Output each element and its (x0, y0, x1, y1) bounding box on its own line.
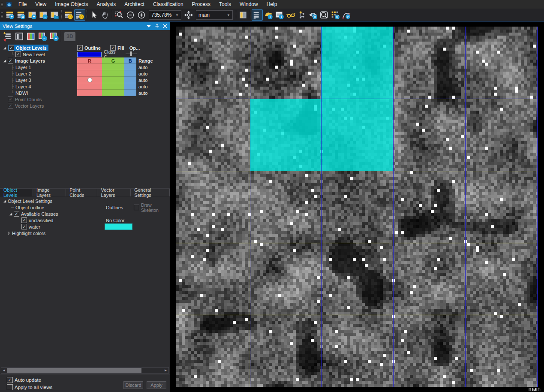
band-cell-r[interactable] (77, 64, 102, 70)
apply-button[interactable]: Apply (147, 381, 166, 389)
band-cell-r[interactable] (77, 90, 102, 96)
open-workspace-icon[interactable] (49, 9, 60, 21)
new-map-icon[interactable]: + (27, 9, 38, 21)
expander-icon[interactable] (2, 199, 8, 203)
water-checkbox[interactable] (21, 224, 27, 229)
menu-classification[interactable]: Classification (149, 0, 188, 9)
expander-icon[interactable] (2, 59, 8, 63)
auto-update-checkbox-row[interactable]: Auto update (7, 377, 41, 383)
scrollbar-thumb[interactable] (7, 368, 141, 373)
edit-layer-mixing-icon[interactable] (2, 31, 13, 42)
horizontal-scrollbar[interactable]: ◄ ► (1, 367, 169, 374)
band-cell-b[interactable] (124, 70, 136, 77)
window-layout-icon[interactable] (237, 9, 249, 21)
new-level-label[interactable]: New Level (23, 52, 45, 57)
band-cell-r[interactable] (77, 83, 102, 90)
zoom-window-icon[interactable] (319, 9, 330, 21)
process-tree-icon[interactable] (296, 9, 307, 21)
opacity-slider[interactable] (126, 51, 137, 57)
menubar-grip[interactable] (1, 2, 3, 7)
scroll-left-arrow-icon[interactable]: ◄ (1, 368, 7, 372)
zoom-out-icon[interactable] (125, 9, 136, 21)
water-label[interactable]: water (29, 224, 40, 229)
unclassified-checkbox[interactable] (21, 217, 27, 223)
view-3d-button[interactable]: 3D (64, 32, 75, 41)
expander-icon[interactable] (8, 212, 14, 216)
navigate-icon[interactable] (183, 9, 194, 21)
pan-icon[interactable] (99, 9, 111, 21)
view-navigation-icon[interactable] (307, 9, 319, 21)
menu-help[interactable]: Help (262, 0, 282, 9)
available-classes-checkbox[interactable] (14, 211, 19, 217)
layer-label[interactable]: Layer 2 (15, 71, 31, 76)
band-cell-r[interactable] (77, 70, 102, 77)
band-cell-b[interactable] (124, 83, 136, 90)
show-pixel-view-icon[interactable] (63, 9, 74, 21)
menu-analysis[interactable]: Analysis (93, 0, 120, 9)
layer-label[interactable]: Layer 4 (15, 84, 31, 89)
band-cell-g[interactable] (102, 77, 124, 83)
range-value[interactable]: auto (138, 65, 147, 70)
tab-general-settings[interactable]: General Settings (131, 189, 170, 196)
tab-point-clouds[interactable]: Point Clouds (66, 189, 97, 196)
new-project-icon[interactable]: + (4, 9, 15, 21)
available-classes-label[interactable]: Available Classes (21, 211, 58, 217)
range-value[interactable]: auto (138, 78, 147, 83)
outline-checkbox[interactable] (77, 45, 83, 51)
view-settings-icon[interactable] (285, 9, 296, 21)
layer-label[interactable]: Layer 1 (15, 65, 31, 70)
image-layers-label[interactable]: Image Layers (15, 58, 45, 63)
band-cell-g[interactable] (102, 90, 124, 96)
object-levels-checkbox[interactable] (9, 45, 14, 51)
range-value[interactable]: auto (138, 84, 147, 89)
menu-architect[interactable]: Architect (120, 0, 149, 9)
outlines-value[interactable]: Outlines (106, 205, 123, 210)
tab-image-layers[interactable]: Image Layers (33, 189, 66, 196)
menu-tools[interactable]: Tools (215, 0, 235, 9)
zoom-in-icon[interactable] (136, 9, 147, 21)
import-scene-icon[interactable]: → (38, 9, 49, 21)
map-canvas[interactable] (176, 27, 538, 387)
water-color-swatch[interactable] (105, 223, 132, 230)
pin-icon[interactable] (153, 23, 160, 29)
discard-button[interactable]: Discard (123, 381, 143, 389)
tree-item-object-levels[interactable]: Object Levels (8, 45, 48, 51)
edit-vectors-icon[interactable] (341, 9, 352, 21)
apply-all-views-checkbox-row[interactable]: Apply to all views (7, 384, 52, 390)
menu-process[interactable]: Process (188, 0, 215, 9)
tab-object-levels[interactable]: Object Levels (0, 189, 33, 196)
band-cell-b[interactable] (124, 64, 136, 70)
zoom-level-combobox[interactable]: 735.78% ▼ (149, 10, 181, 20)
layer-label[interactable]: NDWI (15, 90, 28, 96)
select-cursor-icon[interactable] (88, 9, 99, 21)
object-information-icon[interactable]: i (263, 9, 274, 21)
map-view[interactable]: main (170, 22, 544, 392)
image-layers-checkbox[interactable] (8, 58, 13, 63)
collapsed-expander-icon[interactable] (6, 231, 12, 235)
panel-menu-chevron-down-icon[interactable] (145, 23, 152, 29)
tab-vector-layers[interactable]: Vector Layers (97, 189, 131, 196)
layer-label[interactable]: Layer 3 (15, 78, 31, 83)
single-layer-grayscale-icon[interactable] (13, 31, 25, 42)
unclassified-label[interactable]: unclassified (29, 218, 53, 223)
band-cell-b[interactable] (124, 90, 136, 96)
band-cell-g[interactable] (102, 64, 124, 70)
auto-update-checkbox[interactable] (7, 377, 13, 383)
expander-icon[interactable] (2, 46, 8, 50)
feature-view-icon[interactable]: i (274, 9, 285, 21)
scroll-right-arrow-icon[interactable]: ► (163, 368, 168, 372)
toolbar-grip[interactable] (1, 12, 3, 18)
menu-view[interactable]: View (31, 0, 51, 9)
next-layer-icon[interactable]: + (48, 31, 60, 42)
band-cell-g[interactable] (102, 70, 124, 77)
band-cell-r[interactable] (77, 77, 102, 83)
scrollbar-track[interactable] (7, 368, 163, 373)
zoom-area-icon[interactable] (114, 9, 125, 21)
apply-all-views-checkbox[interactable] (7, 384, 13, 390)
three-layer-mix-icon[interactable] (25, 31, 36, 42)
save-project-icon[interactable] (15, 9, 27, 21)
new-level-color-swatch[interactable] (77, 52, 102, 57)
range-value[interactable]: auto (138, 71, 147, 76)
highlight-colors-label[interactable]: Hightlight colors (12, 231, 45, 236)
new-level-checkbox[interactable] (15, 51, 21, 57)
